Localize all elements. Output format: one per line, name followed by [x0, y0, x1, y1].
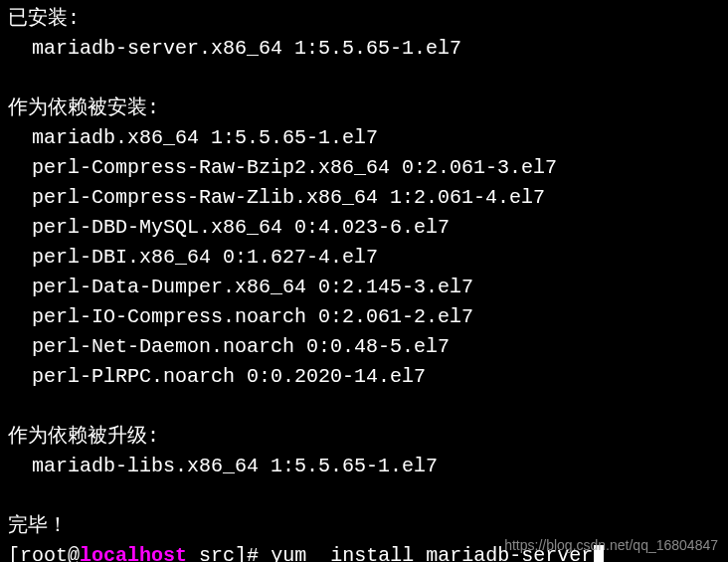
prompt-user: root [20, 544, 68, 562]
prompt-open-bracket: [ [8, 544, 20, 562]
deps-installed-package: perl-PlRPC.noarch 0:0.2020-14.el7 [8, 362, 720, 392]
watermark: https://blog.csdn.net/qq_16804847 [504, 535, 718, 556]
installed-header: 已安装: [8, 4, 720, 34]
terminal-output: 已安装: mariadb-server.x86_64 1:5.5.65-1.el… [8, 4, 720, 541]
prompt-at: @ [68, 544, 80, 562]
deps-installed-package: perl-Compress-Raw-Bzip2.x86_64 0:2.061-3… [8, 153, 720, 183]
deps-installed-package: perl-DBI.x86_64 0:1.627-4.el7 [8, 243, 720, 273]
deps-upgraded-header: 作为依赖被升级: [8, 422, 720, 452]
prompt-space [187, 544, 199, 562]
deps-installed-package: perl-DBD-MySQL.x86_64 0:4.023-6.el7 [8, 213, 720, 243]
deps-upgraded-package: mariadb-libs.x86_64 1:5.5.65-1.el7 [8, 452, 720, 481]
deps-installed-package: perl-Compress-Raw-Zlib.x86_64 1:2.061-4.… [8, 183, 720, 213]
deps-installed-package: perl-Data-Dumper.x86_64 0:2.145-3.el7 [8, 273, 720, 302]
deps-installed-package: mariadb.x86_64 1:5.5.65-1.el7 [8, 123, 720, 153]
deps-installed-header: 作为依赖被安装: [8, 94, 720, 123]
prompt-dir: src [199, 544, 235, 562]
prompt-close: ]# [235, 544, 271, 562]
deps-installed-package: perl-IO-Compress.noarch 0:2.061-2.el7 [8, 302, 720, 332]
blank-line [8, 392, 720, 422]
deps-installed-package: perl-Net-Daemon.noarch 0:0.48-5.el7 [8, 332, 720, 362]
blank-line [8, 64, 720, 94]
installed-package: mariadb-server.x86_64 1:5.5.65-1.el7 [8, 34, 720, 64]
blank-line [8, 481, 720, 511]
prompt-host: localhost [80, 544, 187, 562]
